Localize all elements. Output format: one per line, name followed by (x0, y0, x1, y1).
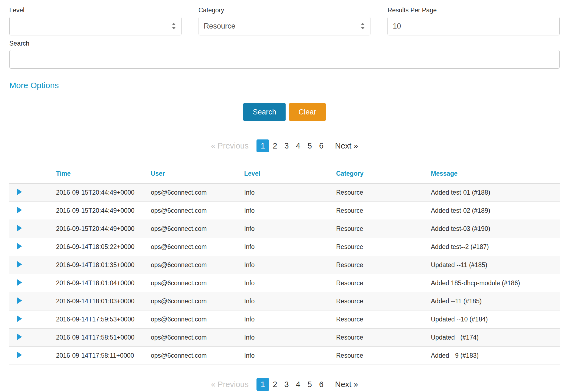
cell-user: ops@6connect.com (151, 310, 244, 329)
cell-time: 2016-09-14T17:59:53+0000 (56, 310, 151, 329)
cell-time: 2016-09-14T17:58:51+0000 (56, 329, 151, 347)
cell-category: Resource (336, 220, 431, 238)
cell-time: 2016-09-14T18:01:03+0000 (56, 292, 151, 310)
category-select[interactable]: Resource (199, 17, 371, 35)
cell-message: Added test-01 (#188) (431, 184, 560, 202)
pagination-page-3[interactable]: 3 (281, 139, 292, 152)
pagination-page-4[interactable]: 4 (292, 139, 304, 152)
cell-level: Info (244, 274, 336, 292)
cell-level: Info (244, 347, 336, 365)
next-page-link[interactable]: Next » (331, 378, 362, 391)
cell-message: Updated - (#174) (431, 329, 560, 347)
pagination-page-2[interactable]: 2 (269, 378, 281, 391)
cell-level: Info (244, 310, 336, 329)
cell-message: Added test-03 (#190) (431, 220, 560, 238)
cell-message: Added test--2 (#187) (431, 238, 560, 256)
next-page-link[interactable]: Next » (331, 139, 362, 152)
cell-user: ops@6connect.com (151, 292, 244, 310)
column-header-user[interactable]: User (151, 166, 244, 184)
cell-time: 2016-09-14T17:58:11+0000 (56, 347, 151, 365)
previous-page-link[interactable]: « Previous (207, 378, 252, 391)
table-row: 2016-09-14T18:01:35+0000 ops@6connect.co… (9, 256, 560, 274)
results-per-page-group: Results Per Page (387, 7, 560, 35)
cell-user: ops@6connect.com (151, 329, 244, 347)
expand-row-icon[interactable] (17, 207, 22, 213)
select-updown-arrows-icon (360, 22, 365, 30)
category-label: Category (199, 7, 371, 14)
table-row: 2016-09-15T20:44:49+0000 ops@6connect.co… (9, 184, 560, 202)
pagination-page-6[interactable]: 6 (316, 378, 327, 391)
category-select-value: Resource (204, 22, 357, 30)
cell-message: Added --9 (#183) (431, 347, 560, 365)
expand-row-icon[interactable] (17, 225, 22, 231)
search-group: Search (9, 40, 560, 69)
table-row: 2016-09-14T17:58:51+0000 ops@6connect.co… (9, 329, 560, 347)
column-header-level[interactable]: Level (244, 166, 336, 184)
expand-row-icon[interactable] (17, 297, 22, 304)
expand-row-icon[interactable] (17, 334, 22, 340)
cell-user: ops@6connect.com (151, 202, 244, 220)
cell-level: Info (244, 329, 336, 347)
search-input[interactable] (9, 50, 560, 69)
pagination-page-3[interactable]: 3 (281, 378, 292, 391)
cell-time: 2016-09-14T18:01:35+0000 (56, 256, 151, 274)
pagination-top: « Previous 1 2 3 4 5 6 Next » (9, 139, 560, 152)
expand-row-icon[interactable] (17, 315, 22, 322)
cell-category: Resource (336, 184, 431, 202)
expand-row-icon[interactable] (17, 189, 22, 195)
previous-page-link[interactable]: « Previous (207, 139, 252, 152)
cell-user: ops@6connect.com (151, 274, 244, 292)
pagination-page-1[interactable]: 1 (256, 378, 269, 391)
cell-time: 2016-09-15T20:44:49+0000 (56, 220, 151, 238)
log-viewer-page: Level Category Resource Results Per Page (0, 0, 569, 392)
cell-user: ops@6connect.com (151, 347, 244, 365)
cell-message: Updated --11 (#185) (431, 256, 560, 274)
level-label: Level (9, 7, 182, 14)
pagination-page-1[interactable]: 1 (256, 139, 269, 152)
results-per-page-input[interactable] (387, 17, 560, 35)
expand-row-icon[interactable] (17, 261, 22, 268)
cell-level: Info (244, 202, 336, 220)
table-row: 2016-09-14T18:01:03+0000 ops@6connect.co… (9, 292, 560, 310)
expand-row-icon[interactable] (17, 279, 22, 286)
cell-level: Info (244, 238, 336, 256)
table-header-row: Time User Level Category Message (9, 166, 560, 184)
pagination-page-6[interactable]: 6 (316, 139, 327, 152)
cell-category: Resource (336, 292, 431, 310)
cell-category: Resource (336, 347, 431, 365)
cell-category: Resource (336, 274, 431, 292)
cell-message: Updated --10 (#184) (431, 310, 560, 329)
cell-category: Resource (336, 256, 431, 274)
cell-message: Added test-02 (#189) (431, 202, 560, 220)
expand-row-icon[interactable] (17, 243, 22, 250)
clear-button[interactable]: Clear (289, 103, 326, 121)
column-header-message[interactable]: Message (431, 166, 560, 184)
cell-user: ops@6connect.com (151, 256, 244, 274)
cell-category: Resource (336, 310, 431, 329)
column-header-category[interactable]: Category (336, 166, 431, 184)
table-row: 2016-09-14T17:59:53+0000 ops@6connect.co… (9, 310, 560, 329)
cell-level: Info (244, 292, 336, 310)
cell-user: ops@6connect.com (151, 238, 244, 256)
cell-time: 2016-09-14T18:01:04+0000 (56, 274, 151, 292)
cell-category: Resource (336, 202, 431, 220)
category-filter-group: Category Resource (199, 7, 371, 35)
expand-row-icon[interactable] (17, 352, 22, 358)
level-select[interactable] (9, 17, 182, 35)
cell-category: Resource (336, 329, 431, 347)
log-table: Time User Level Category Message 2016-09… (9, 166, 560, 365)
table-row: 2016-09-14T18:01:04+0000 ops@6connect.co… (9, 274, 560, 292)
pagination-page-2[interactable]: 2 (269, 139, 281, 152)
pagination-page-5[interactable]: 5 (304, 378, 316, 391)
select-updown-arrows-icon (171, 22, 176, 30)
search-button[interactable]: Search (243, 103, 286, 121)
column-header-time[interactable]: Time (56, 166, 151, 184)
filters-row: Level Category Resource Results Per Page (9, 7, 560, 35)
table-row: 2016-09-15T20:44:49+0000 ops@6connect.co… (9, 220, 560, 238)
pagination-page-5[interactable]: 5 (304, 139, 316, 152)
level-filter-group: Level (9, 7, 182, 35)
more-options-link[interactable]: More Options (9, 81, 59, 90)
pagination-page-4[interactable]: 4 (292, 378, 304, 391)
expand-column-header (9, 166, 56, 184)
results-per-page-label: Results Per Page (387, 7, 560, 14)
